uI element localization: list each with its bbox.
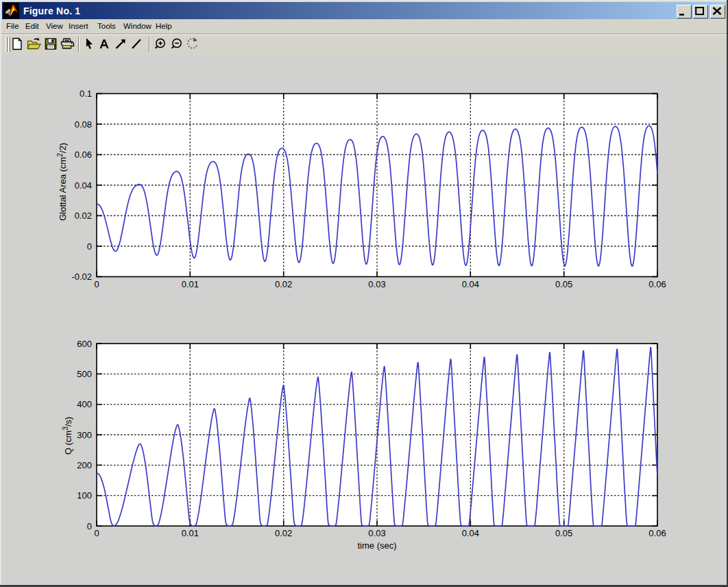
svg-text:Glottal Area (cm2/2): Glottal Area (cm2/2) (56, 143, 68, 221)
svg-text:0.06: 0.06 (648, 528, 666, 538)
svg-text:0.01: 0.01 (182, 528, 199, 538)
svg-text:0.06: 0.06 (75, 149, 92, 160)
svg-text:0: 0 (94, 279, 99, 289)
svg-text:0: 0 (87, 521, 92, 531)
svg-text:0.05: 0.05 (555, 528, 572, 538)
svg-text:0.04: 0.04 (462, 528, 479, 538)
svg-text:0.02: 0.02 (75, 211, 92, 221)
svg-text:0: 0 (94, 528, 99, 538)
svg-text:-0.02: -0.02 (71, 272, 92, 282)
svg-text:0.01: 0.01 (182, 279, 199, 289)
svg-text:100: 100 (77, 490, 92, 501)
svg-text:400: 400 (77, 399, 92, 409)
svg-text:300: 300 (77, 430, 92, 440)
svg-text:Q (cm3/s): Q (cm3/s) (62, 417, 73, 455)
svg-text:0.02: 0.02 (275, 279, 292, 289)
svg-text:0.06: 0.06 (648, 279, 666, 289)
svg-text:200: 200 (77, 460, 92, 470)
svg-text:0.03: 0.03 (368, 279, 385, 289)
svg-text:0.08: 0.08 (75, 119, 92, 130)
svg-text:0.03: 0.03 (368, 528, 385, 538)
svg-text:0.05: 0.05 (555, 279, 572, 289)
svg-text:0.04: 0.04 (75, 180, 92, 191)
svg-text:0.1: 0.1 (80, 88, 92, 99)
svg-text:0.02: 0.02 (275, 528, 292, 538)
svg-text:time (sec): time (sec) (357, 540, 396, 551)
svg-text:600: 600 (77, 339, 92, 349)
svg-text:0.04: 0.04 (462, 279, 479, 289)
svg-text:0: 0 (87, 241, 92, 252)
svg-text:500: 500 (77, 369, 92, 379)
